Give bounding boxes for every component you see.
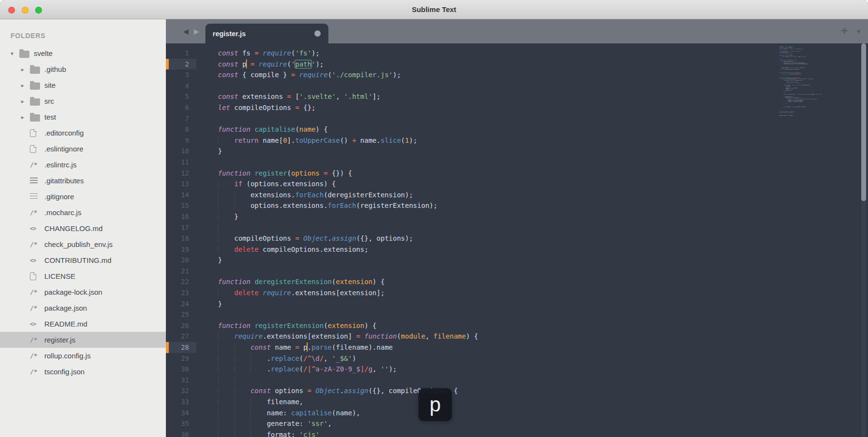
- sidebar-item-.eslintrc.js[interactable]: /*.eslintrc.js: [0, 157, 166, 173]
- sidebar-item-README.md[interactable]: <>README.md: [0, 316, 166, 332]
- code-line-29[interactable]: 29 .replace(/^\d/, '_$&'): [166, 353, 868, 364]
- line-number: 19: [166, 244, 196, 255]
- code-line-34[interactable]: 34 name: capitalise(name),: [166, 408, 868, 419]
- code-line-5[interactable]: 5const extensions = ['.svelte', '.html']…: [166, 91, 868, 102]
- sidebar-item-LICENSE[interactable]: LICENSE: [0, 268, 166, 284]
- code-line-25[interactable]: 25: [166, 309, 868, 320]
- disclosure-collapsed-icon[interactable]: ▸: [21, 82, 30, 89]
- line-number: 13: [166, 178, 196, 190]
- sidebar-item-package-lock.json[interactable]: /*package-lock.json: [0, 284, 166, 300]
- tab-register-js[interactable]: register.js: [205, 24, 328, 43]
- text-file-icon: [30, 178, 38, 184]
- code-line-10[interactable]: 10}: [166, 146, 868, 157]
- line-number: 1: [166, 48, 196, 59]
- sidebar-item-site[interactable]: ▸site: [0, 77, 166, 93]
- sidebar-item-CHANGELOG.md[interactable]: <>CHANGELOG.md: [0, 220, 166, 236]
- js-file-icon: /*: [30, 368, 38, 375]
- code-line-26[interactable]: 26function registerExtension(extension) …: [166, 320, 868, 331]
- js-file-icon: /*: [30, 336, 38, 343]
- sidebar-item-label: package.json: [44, 304, 87, 312]
- sidebar-item-tsconfig.json[interactable]: /*tsconfig.json: [0, 364, 166, 380]
- code-line-1[interactable]: 1const fs = require('fs');: [166, 48, 868, 59]
- folder-icon: [30, 114, 40, 122]
- code-editor[interactable]: 1const fs = require('fs');2const p = req…: [166, 48, 868, 437]
- code-line-24[interactable]: 24}: [166, 299, 868, 310]
- code-line-27[interactable]: 27 require.extensions[extension] = funct…: [166, 331, 868, 342]
- code-line-35[interactable]: 35 generate: 'ssr',: [166, 418, 868, 429]
- sidebar-item-label: svelte: [34, 49, 53, 57]
- line-number: 31: [166, 375, 196, 386]
- code-line-20[interactable]: 20}: [166, 255, 868, 266]
- code-line-6[interactable]: 6let compileOptions = {};: [166, 102, 868, 113]
- js-file-icon: /*: [30, 161, 38, 168]
- minimap-line: }: [779, 104, 785, 105]
- code-line-11[interactable]: 11: [166, 157, 868, 168]
- sidebar-item-.mocharc.js[interactable]: /*.mocharc.js: [0, 205, 166, 220]
- editor-pane: ◀ ▶ register.js + ▼ 1const fs = require(…: [166, 19, 868, 437]
- minimap[interactable]: const fs = require('fs');const p = requi…: [779, 46, 822, 162]
- js-file-icon: /*: [30, 304, 38, 312]
- tab-nav-back-icon[interactable]: ◀: [183, 19, 189, 43]
- code-line-28[interactable]: 28 const name = p.parse(filename).name: [166, 342, 868, 353]
- code-line-22[interactable]: 22function deregisterExtension(extension…: [166, 276, 868, 287]
- sidebar-item-test[interactable]: ▸test: [0, 109, 166, 125]
- code-line-32[interactable]: 32 const options = Object.assign({}, com…: [166, 385, 868, 396]
- tab-nav-forward-icon[interactable]: ▶: [194, 19, 199, 43]
- code-line-30[interactable]: 30 .replace(/[^a-zA-Z0-9_$]/g, '');: [166, 364, 868, 375]
- sidebar-item-.editorconfig[interactable]: .editorconfig: [0, 125, 166, 141]
- code-line-17[interactable]: 17: [166, 222, 868, 233]
- sidebar-item-.eslintignore[interactable]: .eslintignore: [0, 141, 166, 157]
- code-line-16[interactable]: 16 }: [166, 211, 868, 222]
- disclosure-collapsed-icon[interactable]: ▸: [21, 114, 30, 121]
- disclosure-collapsed-icon[interactable]: ▸: [21, 66, 30, 73]
- disclosure-collapsed-icon[interactable]: ▸: [21, 98, 30, 105]
- code-area[interactable]: 1const fs = require('fs');2const p = req…: [166, 43, 868, 437]
- code-line-14[interactable]: 14 extensions.forEach(deregisterExtensio…: [166, 190, 868, 201]
- line-number: 4: [166, 81, 196, 92]
- code-line-21[interactable]: 21: [166, 266, 868, 277]
- code-line-2[interactable]: 2const p = require('path');: [166, 59, 868, 70]
- title-bar: Sublime Text: [0, 0, 868, 19]
- line-number: 6: [166, 102, 196, 113]
- disclosure-expanded-icon[interactable]: ▾: [11, 50, 19, 57]
- line-number: 8: [166, 124, 196, 135]
- sidebar-item-src[interactable]: ▸src: [0, 93, 166, 109]
- folder-icon: [30, 67, 40, 74]
- code-line-23[interactable]: 23 delete require.extensions[extension];: [166, 287, 868, 299]
- tab-overflow-menu-button[interactable]: ▼: [855, 19, 862, 43]
- code-line-3[interactable]: 3const { compile } = require('./compiler…: [166, 69, 868, 81]
- sidebar-item-svelte[interactable]: ▾svelte: [0, 45, 166, 61]
- code-line-19[interactable]: 19 delete compileOptions.extensions;: [166, 244, 868, 255]
- code-line-31[interactable]: 31: [166, 375, 868, 386]
- sidebar-item-check_publish_env.js[interactable]: /*check_publish_env.js: [0, 236, 166, 252]
- sidebar-item-label: .eslintrc.js: [44, 161, 77, 169]
- js-file-icon: /*: [30, 352, 38, 359]
- sidebar-item-.gitattributes[interactable]: .gitattributes: [0, 173, 166, 189]
- scrollbar-thumb[interactable]: [861, 43, 866, 201]
- minimap-line: module.exports = register;: [779, 115, 785, 116]
- sidebar-item-register.js[interactable]: /*register.js: [0, 332, 166, 348]
- sidebar-item-CONTRIBUTING.md[interactable]: <>CONTRIBUTING.md: [0, 252, 166, 268]
- code-line-33[interactable]: 33 filename,: [166, 396, 868, 408]
- code-line-15[interactable]: 15 options.extensions.forEach(registerEx…: [166, 200, 868, 211]
- code-line-12[interactable]: 12function register(options = {}) {: [166, 168, 868, 179]
- sidebar-item-rollup.config.js[interactable]: /*rollup.config.js: [0, 348, 166, 364]
- code-line-8[interactable]: 8function capitalise(name) {: [166, 124, 868, 135]
- code-line-13[interactable]: 13 if (options.extensions) {: [166, 178, 868, 190]
- sidebar-item-.gitignore[interactable]: .gitignore: [0, 189, 166, 205]
- js-file-icon: /*: [30, 288, 38, 296]
- js-file-icon: /*: [30, 241, 38, 248]
- code-line-18[interactable]: 18 compileOptions = Object.assign({}, op…: [166, 233, 868, 244]
- sidebar-item-.github[interactable]: ▸.github: [0, 61, 166, 77]
- line-number: 22: [166, 276, 196, 287]
- code-line-36[interactable]: 36 format: 'cjs': [166, 429, 868, 437]
- new-tab-button[interactable]: +: [841, 19, 848, 43]
- minimap-line: delete compileOptions.extensions;: [779, 68, 785, 70]
- line-number: 18: [166, 233, 196, 244]
- code-line-9[interactable]: 9 return name[0].toUpperCase() + name.sl…: [166, 135, 868, 146]
- sidebar-item-package.json[interactable]: /*package.json: [0, 300, 166, 316]
- code-line-7[interactable]: 7: [166, 113, 868, 124]
- folder-icon: [30, 98, 40, 106]
- code-line-4[interactable]: 4: [166, 81, 868, 92]
- line-number: 35: [166, 418, 196, 429]
